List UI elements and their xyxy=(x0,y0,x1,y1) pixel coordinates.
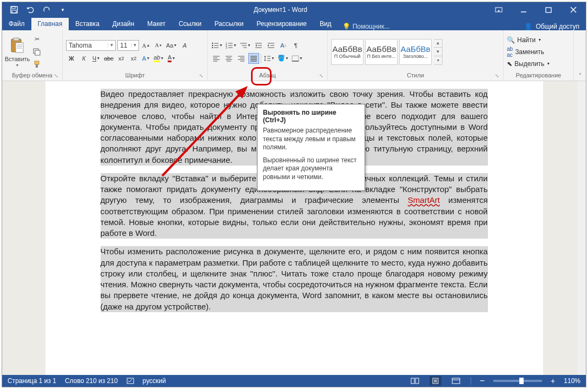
font-launcher-icon[interactable]: ⤡ xyxy=(199,73,204,78)
share-button[interactable]: 👤Общий доступ xyxy=(518,23,586,30)
tab-mailings[interactable]: Рассылки xyxy=(208,18,250,30)
style-name: Заголово... xyxy=(403,54,428,59)
multilevel-button[interactable]: ▼ xyxy=(239,40,252,51)
change-case-button[interactable]: Aa▼ xyxy=(166,40,177,51)
paragraph-3[interactable]: Чтобы изменить расположение рисунка в до… xyxy=(101,246,488,312)
font-name-dropdown[interactable]: Tahoma▼ xyxy=(66,40,116,51)
line-spacing-button[interactable]: ▼ xyxy=(263,53,275,64)
paragraph-launcher-icon[interactable]: ⤡ xyxy=(319,73,324,78)
superscript-button[interactable]: x2 xyxy=(128,53,139,64)
brush-icon xyxy=(33,61,41,68)
subscript-button[interactable]: x2 xyxy=(116,53,127,64)
tab-review[interactable]: Рецензирование xyxy=(250,18,313,30)
bullets-button[interactable]: ▼ xyxy=(211,40,223,51)
replace-label: Заменить xyxy=(515,48,544,56)
replace-button[interactable]: abacЗаменить xyxy=(507,47,550,57)
style-normal[interactable]: АаБбВвП Обычный xyxy=(331,39,364,65)
view-read-icon[interactable] xyxy=(409,376,421,386)
ribbon-options-icon[interactable] xyxy=(486,2,511,17)
find-button[interactable]: 🔍Найти▼ xyxy=(507,35,550,45)
tab-file[interactable]: Файл xyxy=(2,18,31,30)
style-nospace[interactable]: АаБбВвП Без инте... xyxy=(365,39,398,65)
bold-button[interactable]: Ж xyxy=(66,53,77,64)
spellcheck-icon[interactable] xyxy=(127,378,134,384)
font-size-dropdown[interactable]: 11▼ xyxy=(117,40,139,51)
multilevel-icon xyxy=(240,42,247,49)
view-print-icon[interactable] xyxy=(430,376,441,386)
decrease-indent-button[interactable] xyxy=(253,40,264,51)
svg-text:3: 3 xyxy=(226,46,227,49)
tooltip-text-1: Равномерное распределение текста между л… xyxy=(263,127,359,152)
align-center-icon xyxy=(225,55,233,62)
justify-tooltip: Выровнять по ширине (Ctrl+J) Равномерное… xyxy=(257,104,365,191)
paste-button[interactable]: Вставить ▼ xyxy=(5,36,29,67)
align-left-icon xyxy=(213,55,220,62)
tab-home[interactable]: Главная xyxy=(31,18,69,30)
indent-icon xyxy=(267,42,275,49)
tab-insert[interactable]: Вставка xyxy=(69,18,106,30)
share-label: Общий доступ xyxy=(536,23,579,30)
grow-font-button[interactable]: A▲ xyxy=(141,40,151,51)
tab-references[interactable]: Ссылки xyxy=(172,18,208,30)
qat-customize-icon[interactable]: ▼ xyxy=(58,5,67,14)
justify-button[interactable] xyxy=(248,53,259,64)
zoom-value[interactable]: 110% xyxy=(564,377,580,385)
clipboard-launcher-icon[interactable]: ⤡ xyxy=(54,73,59,78)
select-label: Выделить xyxy=(514,60,544,68)
align-center-button[interactable] xyxy=(223,53,234,64)
format-painter-button[interactable] xyxy=(31,59,42,70)
redo-icon[interactable] xyxy=(42,5,51,14)
titlebar: ▼ Документ1 - Word xyxy=(2,2,586,17)
increase-indent-button[interactable] xyxy=(266,40,276,51)
numbering-button[interactable]: 123▼ xyxy=(225,40,237,51)
tab-view[interactable]: Вид xyxy=(313,18,338,30)
style-heading1[interactable]: АаБбВвЗаголово... xyxy=(399,39,432,65)
italic-button[interactable]: К xyxy=(78,53,89,64)
tell-me[interactable]: 💡Помощник... xyxy=(338,23,518,30)
align-left-button[interactable] xyxy=(211,53,222,64)
show-marks-button[interactable]: ¶ xyxy=(290,40,301,51)
undo-icon[interactable] xyxy=(26,5,35,14)
ribbon-tabs: Файл Главная Вставка Дизайн Макет Ссылки… xyxy=(2,17,586,30)
minimize-icon[interactable] xyxy=(511,2,536,17)
strike-button[interactable]: abc xyxy=(103,53,114,64)
collapse-ribbon-icon[interactable]: ˄ xyxy=(579,72,582,78)
style-name: П Обычный xyxy=(334,54,361,59)
zoom-slider[interactable] xyxy=(493,380,542,382)
view-web-icon[interactable] xyxy=(450,376,462,386)
underline-button[interactable]: Ч▼ xyxy=(91,53,102,64)
svg-rect-59 xyxy=(292,56,299,61)
scrollbar-vertical[interactable] xyxy=(577,81,586,375)
tab-layout[interactable]: Макет xyxy=(141,18,172,30)
highlighter-icon: ab xyxy=(154,54,160,62)
eraser-icon: A xyxy=(183,42,187,49)
tab-design[interactable]: Дизайн xyxy=(106,18,141,30)
font-name-value: Tahoma xyxy=(67,42,108,49)
shading-button[interactable]: 🪣▼ xyxy=(277,53,289,64)
font-color-button[interactable]: A▼ xyxy=(166,53,177,64)
clipboard-group-label: Буфер обмена xyxy=(12,72,52,78)
styles-more[interactable]: ▲▼▾ xyxy=(434,39,442,65)
select-button[interactable]: ⬉Выделить▼ xyxy=(507,59,550,69)
highlight-button[interactable]: ab▼ xyxy=(153,53,164,64)
copy-button[interactable] xyxy=(31,47,42,57)
save-icon[interactable] xyxy=(10,5,18,14)
clear-format-button[interactable]: A xyxy=(179,40,190,51)
page-status[interactable]: Страница 1 из 1 xyxy=(8,377,56,385)
language-status[interactable]: русский xyxy=(143,377,166,385)
align-right-button[interactable] xyxy=(236,53,247,64)
sort-button[interactable]: A↓ xyxy=(278,40,289,51)
svg-rect-10 xyxy=(16,43,23,52)
svg-point-18 xyxy=(212,42,214,44)
bulb-icon: 💡 xyxy=(342,23,351,30)
close-icon[interactable] xyxy=(561,2,586,17)
word-count-status[interactable]: Слово 210 из 210 xyxy=(65,377,118,385)
styles-launcher-icon[interactable]: ⤡ xyxy=(494,73,500,78)
shrink-font-button[interactable]: A▼ xyxy=(153,40,164,51)
text-effects-button[interactable]: A▼ xyxy=(141,53,151,64)
maximize-icon[interactable] xyxy=(536,2,561,17)
borders-button[interactable]: ▼ xyxy=(291,53,303,64)
svg-rect-2 xyxy=(12,10,16,13)
paragraph-group-label: Абзац xyxy=(259,72,276,78)
cut-button[interactable]: ✂ xyxy=(31,34,42,45)
